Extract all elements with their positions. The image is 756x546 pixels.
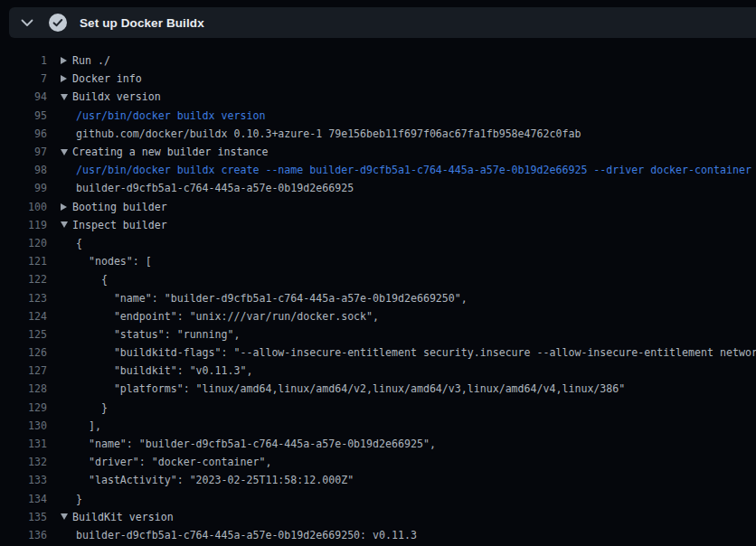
group-title: Buildx version <box>72 90 161 103</box>
line-number[interactable]: 120 <box>0 237 47 249</box>
line-number[interactable]: 96 <box>0 127 47 140</box>
line-number[interactable]: 134 <box>0 493 47 505</box>
log-group-row[interactable]: 135BuildKit version <box>0 508 756 526</box>
output-text: } <box>76 401 108 414</box>
log-line: 133 "lastActivity": "2023-02-25T11:58:12… <box>0 471 756 489</box>
output-text: "status": "running", <box>76 328 240 341</box>
log-line: 132 "driver": "docker-container", <box>0 453 756 471</box>
output-text: ], <box>76 419 101 432</box>
step-title: Set up Docker Buildx <box>80 16 204 30</box>
log-group-row[interactable]: 1Run ./ <box>0 52 756 70</box>
log-line: 136builder-d9cfb5a1-c764-445a-a57e-0b19d… <box>0 526 756 544</box>
caret-right-icon[interactable] <box>61 57 67 64</box>
caret-right-icon[interactable] <box>61 203 67 211</box>
output-text: { <box>76 273 108 286</box>
actions-log-viewer: Set up Docker Buildx 1Run ./7Docker info… <box>0 0 756 546</box>
output-text: "buildkit": "v0.11.3", <box>76 364 252 377</box>
log-group-row[interactable]: 7Docker info <box>0 70 756 88</box>
log-line: 128 "platforms": "linux/amd64,linux/amd6… <box>0 380 756 398</box>
group-title: BuildKit version <box>72 511 174 523</box>
line-number[interactable]: 121 <box>0 255 47 268</box>
log-group-row[interactable]: 97Creating a new builder instance <box>0 143 756 161</box>
caret-down-icon[interactable] <box>61 94 68 100</box>
line-number[interactable]: 136 <box>0 529 47 541</box>
log-line: 131 "name": "builder-d9cfb5a1-c764-445a-… <box>0 435 756 453</box>
command-text: /usr/bin/docker buildx version <box>76 109 265 122</box>
step-header[interactable]: Set up Docker Buildx <box>9 7 756 38</box>
chevron-down-icon[interactable] <box>20 15 34 30</box>
line-number[interactable]: 97 <box>0 146 47 158</box>
log-line: 127 "buildkit": "v0.11.3", <box>0 362 756 380</box>
log-line: 96github.com/docker/buildx 0.10.3+azure-… <box>0 125 756 143</box>
output-text: } <box>76 493 82 505</box>
command-text: /usr/bin/docker buildx create --name bui… <box>76 164 751 176</box>
log-group-row[interactable]: 94Buildx version <box>0 88 756 106</box>
line-number[interactable]: 99 <box>0 182 47 194</box>
line-number[interactable]: 1 <box>0 54 47 67</box>
log-line: 121 "nodes": [ <box>0 252 756 270</box>
output-text: "name": "builder-d9cfb5a1-c764-445a-a57e… <box>76 292 468 305</box>
output-text: builder-d9cfb5a1-c764-445a-a57e-0b19d2e6… <box>76 182 354 194</box>
caret-down-icon[interactable] <box>61 221 68 228</box>
output-text: "lastActivity": "2023-02-25T11:58:12.000… <box>76 474 354 486</box>
log-line: 95/usr/bin/docker buildx version <box>0 107 756 125</box>
line-number[interactable]: 127 <box>0 364 47 377</box>
output-text: "buildkitd-flags": "--allow-insecure-ent… <box>76 346 756 359</box>
log-line: 126 "buildkitd-flags": "--allow-insecure… <box>0 344 756 362</box>
log-line: 124 "endpoint": "unix:///var/run/docker.… <box>0 307 756 325</box>
line-number[interactable]: 119 <box>0 219 47 231</box>
caret-down-icon[interactable] <box>61 149 68 155</box>
group-title: Booting builder <box>72 201 167 213</box>
line-number[interactable]: 100 <box>0 201 47 213</box>
group-title: Run ./ <box>72 54 110 67</box>
output-text: "driver": "docker-container", <box>76 456 271 468</box>
line-number[interactable]: 95 <box>0 109 47 122</box>
line-number[interactable]: 124 <box>0 310 47 323</box>
line-number[interactable]: 129 <box>0 401 47 414</box>
line-number[interactable]: 122 <box>0 273 47 286</box>
log-line: 125 "status": "running", <box>0 325 756 344</box>
line-number[interactable]: 126 <box>0 346 47 359</box>
caret-down-icon[interactable] <box>61 513 68 520</box>
line-number[interactable]: 7 <box>0 72 47 85</box>
line-number[interactable]: 130 <box>0 419 47 432</box>
line-number[interactable]: 131 <box>0 438 47 450</box>
log-group-row[interactable]: 100Booting builder <box>0 198 756 216</box>
output-text: github.com/docker/buildx 0.10.3+azure-1 … <box>76 127 581 140</box>
group-title: Docker info <box>72 72 142 85</box>
line-number[interactable]: 94 <box>0 90 47 103</box>
group-title: Creating a new builder instance <box>72 146 268 158</box>
line-number[interactable]: 123 <box>0 292 47 305</box>
output-text: "endpoint": "unix:///var/run/docker.sock… <box>76 310 379 323</box>
log-line: 99builder-d9cfb5a1-c764-445a-a57e-0b19d2… <box>0 179 756 197</box>
line-number[interactable]: 128 <box>0 382 47 395</box>
line-number[interactable]: 98 <box>0 164 47 176</box>
output-text: { <box>76 237 82 249</box>
log-line: 134} <box>0 490 756 508</box>
log-group-row[interactable]: 119Inspect builder <box>0 216 756 234</box>
log-line: 98/usr/bin/docker buildx create --name b… <box>0 161 756 179</box>
log-line: 120{ <box>0 234 756 252</box>
line-number[interactable]: 125 <box>0 328 47 341</box>
log-line: 129 } <box>0 399 756 417</box>
log-line: 130 ], <box>0 417 756 435</box>
line-number[interactable]: 135 <box>0 511 47 523</box>
line-number[interactable]: 132 <box>0 456 47 468</box>
output-text: "platforms": "linux/amd64,linux/amd64/v2… <box>76 382 625 395</box>
output-text: "nodes": [ <box>76 255 152 268</box>
output-text: builder-d9cfb5a1-c764-445a-a57e-0b19d2e6… <box>76 529 417 541</box>
caret-right-icon[interactable] <box>61 75 67 82</box>
group-title: Inspect builder <box>72 219 167 231</box>
check-circle-icon <box>49 14 67 32</box>
log-line: 123 "name": "builder-d9cfb5a1-c764-445a-… <box>0 288 756 306</box>
output-text: "name": "builder-d9cfb5a1-c764-445a-a57e… <box>76 438 436 450</box>
line-number[interactable]: 133 <box>0 474 47 486</box>
log-line: 122 { <box>0 270 756 288</box>
log-lines: 1Run ./7Docker info94Buildx version95/us… <box>0 52 756 544</box>
